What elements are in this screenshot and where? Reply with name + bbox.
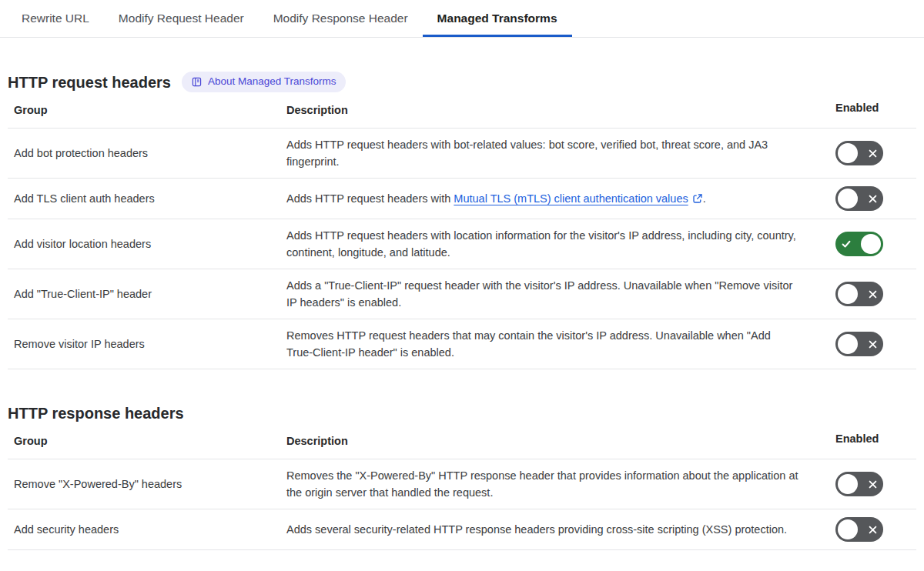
enabled-cell xyxy=(835,282,916,306)
tab-modify-response-header[interactable]: Modify Response Header xyxy=(259,0,423,37)
check-icon xyxy=(838,239,855,249)
x-icon xyxy=(864,289,881,299)
column-header-enabled: Enabled xyxy=(835,102,916,119)
response-section-title: HTTP response headers xyxy=(8,403,184,423)
description-cell: Adds a "True-Client-IP" request header w… xyxy=(286,277,835,311)
table-row: Add security headersAdds several securit… xyxy=(8,509,916,550)
description-cell: Removes the "X-Powered-By" HTTP response… xyxy=(286,467,835,501)
toggle-knob xyxy=(838,143,858,163)
group-cell: Add visitor location headers xyxy=(8,235,286,252)
x-icon xyxy=(864,479,881,489)
managed-transforms-page: Rewrite URLModify Request HeaderModify R… xyxy=(0,0,924,561)
toggle-add-security-headers[interactable] xyxy=(835,517,883,542)
group-cell: Remove "X-Powered-By" headers xyxy=(8,476,286,493)
toggle-remove-x-powered-by-headers[interactable] xyxy=(835,472,883,496)
column-header-group: Group xyxy=(8,432,286,449)
toggle-remove-visitor-ip-headers[interactable] xyxy=(835,332,883,356)
toggle-knob xyxy=(861,234,881,254)
enabled-cell xyxy=(835,332,916,356)
description-cell: Adds HTTP request headers with location … xyxy=(286,227,835,261)
mtls-documentation-link[interactable]: Mutual TLS (mTLS) client authentication … xyxy=(454,192,688,205)
book-icon xyxy=(191,76,203,88)
toggle-add-true-client-ip-header[interactable] xyxy=(835,282,883,306)
description-text: Adds HTTP request headers with xyxy=(286,192,454,205)
toggle-knob xyxy=(838,284,858,304)
badge-label: About Managed Transforms xyxy=(208,75,336,88)
description-text: . xyxy=(703,192,706,205)
enabled-cell xyxy=(835,186,916,211)
toggle-knob xyxy=(838,519,858,539)
enabled-cell xyxy=(835,141,916,165)
x-icon xyxy=(864,339,881,349)
tab-managed-transforms[interactable]: Managed Transforms xyxy=(423,0,572,37)
column-header-group: Group xyxy=(8,102,286,119)
description-cell: Adds HTTP request headers with Mutual TL… xyxy=(286,190,835,207)
group-cell: Add "True-Client-IP" header xyxy=(8,286,286,302)
column-header-description: Description xyxy=(286,432,835,449)
tab-modify-request-header[interactable]: Modify Request Header xyxy=(104,0,259,37)
x-icon xyxy=(864,525,881,535)
table-row: Remove visitor IP headersRemoves HTTP re… xyxy=(8,319,916,369)
group-cell: Remove visitor IP headers xyxy=(8,336,286,352)
description-cell: Removes HTTP request headers that may co… xyxy=(286,327,835,361)
table-row: Remove "X-Powered-By" headersRemoves the… xyxy=(8,459,916,509)
response-section-head: HTTP response headers xyxy=(8,403,916,423)
request-section-title: HTTP request headers xyxy=(8,72,171,92)
tab-bar: Rewrite URLModify Request HeaderModify R… xyxy=(0,0,924,38)
enabled-cell xyxy=(835,232,916,256)
response-headers-table: GroupDescriptionEnabledRemove "X-Powered… xyxy=(8,428,916,550)
column-header-description: Description xyxy=(286,102,835,119)
description-cell: Adds several security-related HTTP respo… xyxy=(286,521,835,538)
request-headers-table: GroupDescriptionEnabledAdd bot protectio… xyxy=(8,97,916,369)
x-icon xyxy=(864,149,881,159)
description-cell: Adds HTTP request headers with bot-relat… xyxy=(286,136,835,170)
table-row: Add "True-Client-IP" headerAdds a "True-… xyxy=(8,269,916,319)
table-header-row: GroupDescriptionEnabled xyxy=(8,97,916,129)
external-link-icon xyxy=(692,193,703,204)
page-bottom-spacer xyxy=(0,550,924,561)
toggle-knob xyxy=(838,474,858,494)
x-icon xyxy=(864,194,881,204)
toggle-add-bot-protection-headers[interactable] xyxy=(835,141,883,165)
column-header-enabled: Enabled xyxy=(835,432,916,449)
group-cell: Add security headers xyxy=(8,521,286,538)
request-section-head: HTTP request headers About Managed Trans… xyxy=(8,72,916,92)
group-cell: Add bot protection headers xyxy=(8,145,286,162)
toggle-add-tls-client-auth-headers[interactable] xyxy=(835,186,883,211)
request-headers-section: HTTP request headers About Managed Trans… xyxy=(0,72,924,369)
about-managed-transforms-link[interactable]: About Managed Transforms xyxy=(182,72,346,92)
tab-rewrite-url[interactable]: Rewrite URL xyxy=(7,0,104,37)
table-row: Add bot protection headersAdds HTTP requ… xyxy=(8,129,916,179)
group-cell: Add TLS client auth headers xyxy=(8,190,286,207)
response-headers-section: HTTP response headers GroupDescriptionEn… xyxy=(0,403,924,550)
table-row: Add visitor location headersAdds HTTP re… xyxy=(8,219,916,269)
table-row: Add TLS client auth headersAdds HTTP req… xyxy=(8,179,916,219)
toggle-knob xyxy=(838,334,858,354)
toggle-add-visitor-location-headers[interactable] xyxy=(835,232,883,256)
table-header-row: GroupDescriptionEnabled xyxy=(8,428,916,459)
toggle-knob xyxy=(838,189,858,209)
enabled-cell xyxy=(835,517,916,542)
enabled-cell xyxy=(835,472,916,496)
